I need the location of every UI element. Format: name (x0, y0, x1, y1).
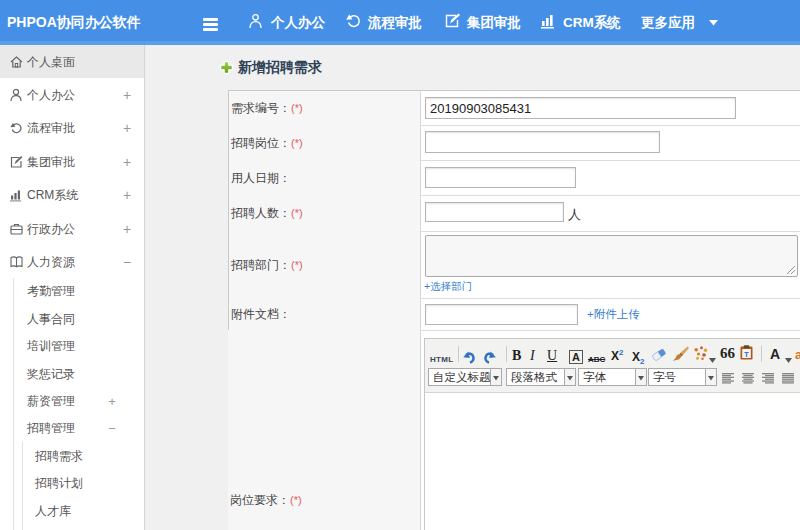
svg-text:T: T (744, 350, 749, 359)
